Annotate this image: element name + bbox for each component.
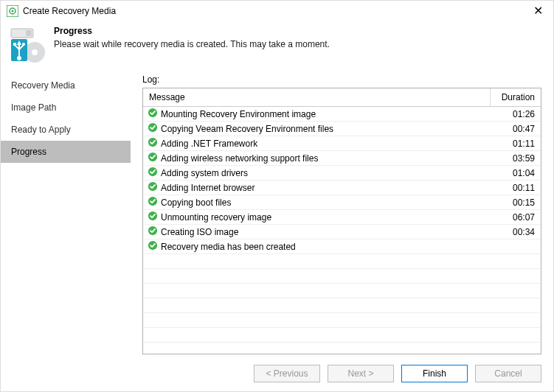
log-row: [143, 328, 541, 343]
log-cell-message: Copying Veeam Recovery Environment files: [143, 122, 491, 135]
log-row: Adding Internet browser00:11: [143, 181, 541, 195]
success-check-icon: [148, 167, 158, 179]
success-check-icon: [148, 181, 158, 194]
app-icon: [7, 5, 18, 17]
success-check-icon: [148, 137, 158, 150]
svg-rect-6: [26, 30, 32, 36]
log-row: [143, 343, 541, 354]
log-cell-duration: 03:59: [491, 153, 541, 164]
log-cell-message: Copying boot files: [143, 196, 491, 209]
log-cell-message: Adding system drivers: [143, 167, 491, 179]
log-table: Message Duration Mounting Recovery Envir…: [142, 88, 541, 354]
log-message-text: Adding system drivers: [161, 168, 248, 178]
finish-button[interactable]: Finish: [401, 365, 468, 382]
log-cell-duration: 01:26: [491, 109, 541, 119]
titlebar: Create Recovery Media ✕: [1, 1, 553, 21]
success-check-icon: [148, 196, 158, 209]
log-message-text: Mounting Recovery Environment image: [161, 109, 316, 119]
footer: < Previous Next > Finish Cancel: [1, 354, 553, 392]
svg-rect-11: [13, 43, 16, 46]
usb-disc-icon: [10, 26, 45, 67]
log-cell-message: Adding Internet browser: [143, 181, 491, 194]
svg-point-13: [22, 43, 25, 46]
log-header: Message Duration: [143, 88, 541, 107]
svg-point-4: [32, 49, 38, 55]
close-icon[interactable]: ✕: [529, 5, 547, 17]
log-cell-duration: 01:04: [491, 168, 541, 178]
log-body: Mounting Recovery Environment image01:26…: [143, 107, 541, 354]
success-check-icon: [148, 240, 158, 253]
sidebar: Recovery MediaImage PathReady to ApplyPr…: [1, 74, 131, 354]
svg-point-9: [18, 57, 21, 60]
log-row: Recovery media has been created: [143, 239, 541, 254]
cancel-button: Cancel: [475, 365, 541, 382]
page-title: Progress: [54, 26, 330, 36]
header: Progress Please wait while recovery medi…: [1, 21, 553, 74]
success-check-icon: [148, 108, 158, 120]
log-message-text: Adding Internet browser: [161, 183, 255, 193]
col-header-duration[interactable]: Duration: [491, 88, 541, 106]
success-check-icon: [148, 211, 158, 223]
main-panel: Log: Message Duration Mounting Recovery …: [131, 74, 553, 354]
page-subtitle: Please wait while recovery media is crea…: [54, 39, 330, 49]
col-header-message[interactable]: Message: [143, 88, 491, 106]
log-row: [143, 284, 541, 298]
log-message-text: Copying Veeam Recovery Environment files: [161, 124, 333, 134]
log-cell-duration: 00:11: [491, 183, 541, 193]
log-message-text: Recovery media has been created: [161, 242, 296, 252]
log-row: Adding system drivers01:04: [143, 166, 541, 181]
previous-button: < Previous: [254, 365, 320, 382]
log-row: [143, 313, 541, 328]
log-cell-duration: 01:11: [491, 139, 541, 149]
log-row: Copying Veeam Recovery Environment files…: [143, 122, 541, 136]
log-message-text: Adding wireless networking support files: [161, 153, 318, 164]
log-message-text: Adding .NET Framework: [161, 139, 257, 149]
log-cell-message: Creating ISO image: [143, 225, 491, 238]
log-cell-duration: 00:47: [491, 124, 541, 134]
log-message-text: Creating ISO image: [161, 227, 238, 237]
log-row: Adding wireless networking support files…: [143, 151, 541, 166]
sidebar-item-image-path[interactable]: Image Path: [1, 97, 131, 119]
log-row: [143, 269, 541, 284]
svg-point-2: [12, 10, 14, 13]
window-title: Create Recovery Media: [23, 6, 529, 16]
log-cell-message: Adding wireless networking support files: [143, 152, 491, 164]
sidebar-item-recovery-media[interactable]: Recovery Media: [1, 74, 131, 97]
log-message-text: Unmounting recovery image: [161, 212, 271, 223]
success-check-icon: [148, 152, 158, 164]
log-cell-duration: 06:07: [491, 212, 541, 223]
success-check-icon: [148, 225, 158, 238]
log-row: [143, 298, 541, 313]
log-cell-message: Recovery media has been created: [143, 240, 491, 253]
success-check-icon: [148, 122, 158, 135]
log-row: Creating ISO image00:34: [143, 225, 541, 239]
log-row: Copying boot files00:15: [143, 195, 541, 210]
log-cell-message: Adding .NET Framework: [143, 137, 491, 150]
log-cell-duration: 00:34: [491, 227, 541, 237]
log-label: Log:: [142, 74, 541, 85]
sidebar-item-progress[interactable]: Progress: [1, 141, 131, 163]
log-row: Mounting Recovery Environment image01:26: [143, 107, 541, 122]
log-cell-duration: 00:15: [491, 197, 541, 208]
log-cell-message: Unmounting recovery image: [143, 211, 491, 223]
header-text: Progress Please wait while recovery medi…: [54, 26, 330, 67]
log-row: [143, 254, 541, 269]
log-cell-message: Mounting Recovery Environment image: [143, 108, 491, 120]
sidebar-item-ready-to-apply[interactable]: Ready to Apply: [1, 119, 131, 141]
next-button: Next >: [328, 365, 394, 382]
log-message-text: Copying boot files: [161, 197, 231, 208]
log-row: Adding .NET Framework01:11: [143, 136, 541, 151]
log-row: Unmounting recovery image06:07: [143, 210, 541, 225]
